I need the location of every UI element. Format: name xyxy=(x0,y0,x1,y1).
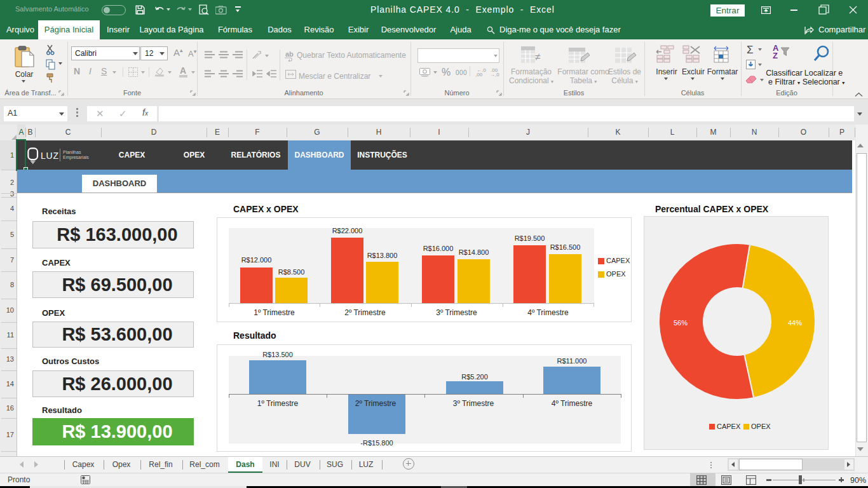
svg-text:→,0: →,0 xyxy=(490,72,499,77)
svg-text:≠: ≠ xyxy=(535,51,541,62)
svg-text:,00: ,00 xyxy=(475,72,483,77)
